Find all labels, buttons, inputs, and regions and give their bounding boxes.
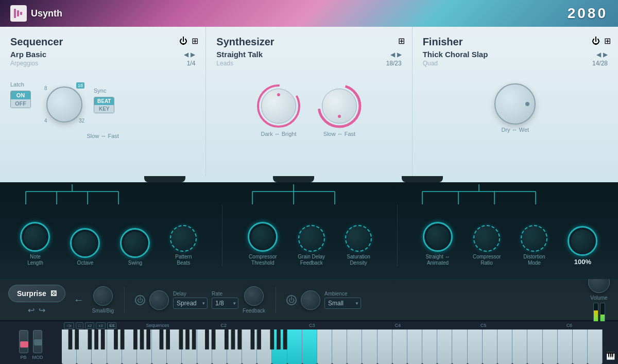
key-b4[interactable] xyxy=(468,330,483,364)
synth-grid-icon[interactable]: ⊞ xyxy=(398,36,405,46)
key-a4[interactable] xyxy=(452,330,467,364)
ambience-power-button[interactable]: ⏻ xyxy=(286,295,297,305)
key-d2[interactable] xyxy=(182,330,197,364)
compressor-ratio-knob[interactable] xyxy=(473,225,500,252)
header: Usynth 2080 xyxy=(0,0,618,27)
pattern-beats-knob[interactable] xyxy=(170,225,197,252)
finisher-preset-prev[interactable]: ◀ xyxy=(596,51,601,58)
key-c3[interactable] xyxy=(272,330,287,364)
key-a1[interactable] xyxy=(137,330,152,364)
finisher-grid-icon[interactable]: ⊞ xyxy=(604,36,611,46)
key-d4[interactable] xyxy=(392,330,407,364)
octave-labels-row: ◁x □ x2 x3 x4 C1 Sequences C2 C3 C4 C5 C… xyxy=(62,321,603,330)
finisher-preset-next[interactable]: ▶ xyxy=(603,51,608,58)
ambience-knob[interactable] xyxy=(301,290,320,310)
redo-button[interactable]: ↪ xyxy=(39,305,45,315)
rate-select[interactable]: 1/8 1/4 1/16 xyxy=(212,298,238,309)
key-e1[interactable] xyxy=(92,330,107,364)
preset-next[interactable]: ▶ xyxy=(191,51,195,58)
ambience-select[interactable]: Small Medium Large xyxy=(324,298,361,309)
key-g1[interactable] xyxy=(122,330,137,364)
key-f5[interactable] xyxy=(527,330,542,364)
latch-on[interactable]: ON xyxy=(11,91,30,99)
synth-knob2[interactable] xyxy=(317,83,362,129)
c1-label: C1 Sequences C2 C3 C4 C5 C6 xyxy=(99,323,602,328)
sync-toggle[interactable]: BEAT KEY xyxy=(94,97,114,113)
pb-label: PB xyxy=(20,355,26,360)
straight-animated-knob[interactable] xyxy=(423,222,453,252)
synth-preset-next[interactable]: ▶ xyxy=(397,51,402,58)
key-b3[interactable] xyxy=(362,330,377,364)
synth-preset-prev[interactable]: ◀ xyxy=(390,51,395,58)
key-b2[interactable] xyxy=(257,330,272,364)
delay-power-button[interactable]: ⏻ xyxy=(135,295,145,305)
grain-delay-feedback-knob[interactable] xyxy=(298,225,325,252)
sync-key[interactable]: KEY xyxy=(94,105,114,113)
seq-btn-loop[interactable]: □ xyxy=(76,322,83,329)
latch-off[interactable]: OFF xyxy=(11,99,30,108)
synth-count: 18/23 xyxy=(386,60,402,75)
key-f1[interactable] xyxy=(107,330,122,364)
key-c4[interactable] xyxy=(377,330,392,364)
key-e4[interactable] xyxy=(407,330,422,364)
key-a5[interactable] xyxy=(558,330,573,364)
latch-toggle[interactable]: ON OFF xyxy=(10,91,31,108)
dice-icon: ⚄ xyxy=(50,289,57,298)
key-c5[interactable] xyxy=(483,330,497,364)
sync-beat[interactable]: BEAT xyxy=(94,97,114,105)
key-e2[interactable] xyxy=(197,330,212,364)
grid-icon[interactable]: ⊞ xyxy=(192,36,198,46)
distortion-mode-knob[interactable] xyxy=(521,225,547,252)
delay-knob[interactable] xyxy=(149,290,169,310)
finisher-wet-knob[interactable] xyxy=(494,83,536,125)
seq-btn-back[interactable]: ◁x xyxy=(64,322,74,329)
surprise-button[interactable]: Surprise ⚄ xyxy=(8,285,65,302)
key-e3[interactable] xyxy=(302,330,317,364)
saturation-density-knob[interactable] xyxy=(345,225,372,252)
key-d5[interactable] xyxy=(497,330,512,364)
key-a2[interactable] xyxy=(242,330,257,364)
svg-point-3 xyxy=(258,85,299,127)
compressor-threshold-knob[interactable] xyxy=(248,222,278,252)
key-c2[interactable] xyxy=(167,330,182,364)
finisher-power-icon[interactable]: ⏻ xyxy=(592,37,600,46)
key-g5[interactable] xyxy=(543,330,558,364)
swing-knob[interactable] xyxy=(120,228,150,258)
keyboard-icon-area: 🎹 xyxy=(603,321,618,364)
sequencer-speed-knob[interactable] xyxy=(46,86,82,123)
grain-delay-feedback-label: Grain DelayFeedback xyxy=(298,254,325,266)
key-e5[interactable] xyxy=(512,330,527,364)
key-g3[interactable] xyxy=(332,330,347,364)
small-big-knob[interactable] xyxy=(93,286,113,306)
keyboard-settings-icon[interactable]: 🎹 xyxy=(606,352,615,360)
key-g2[interactable] xyxy=(227,330,242,364)
key-f4[interactable] xyxy=(422,330,437,364)
octave-knob[interactable] xyxy=(70,228,100,258)
pb-strip[interactable] xyxy=(19,330,28,353)
octave-group: Octave xyxy=(70,228,100,266)
feedback-knob[interactable] xyxy=(244,286,264,306)
key-b5[interactable] xyxy=(573,330,588,364)
key-b1[interactable] xyxy=(152,330,167,364)
seq-btn-x2[interactable]: x2 xyxy=(85,322,94,329)
compressor-ratio-group: CompressorRatio xyxy=(473,225,501,266)
finisher-panel: Finisher ⏻ ⊞ Thick Choral Slap ◀ ▶ Quad … xyxy=(413,27,618,176)
logo-area: Usynth xyxy=(10,5,62,22)
undo-button[interactable]: ↩ xyxy=(28,305,35,315)
key-d1[interactable] xyxy=(77,330,92,364)
key-g4[interactable] xyxy=(437,330,452,364)
key-c6[interactable] xyxy=(588,330,603,364)
power-icon[interactable]: ⏻ xyxy=(179,37,187,46)
key-a3[interactable] xyxy=(347,330,362,364)
mod-strip[interactable] xyxy=(33,330,42,353)
synth-knob1[interactable] xyxy=(256,83,301,129)
volume-pct-knob[interactable] xyxy=(568,226,597,256)
key-c1[interactable] xyxy=(62,330,77,364)
key-d3[interactable] xyxy=(287,330,302,364)
keyboard-section: PB MOD ◁x □ x2 x3 x4 xyxy=(0,320,618,364)
delay-select[interactable]: Spread Echo xyxy=(173,298,208,309)
note-length-knob[interactable] xyxy=(20,222,50,252)
key-f3[interactable] xyxy=(317,330,332,364)
preset-prev[interactable]: ◀ xyxy=(184,51,188,58)
key-f2[interactable] xyxy=(212,330,227,364)
